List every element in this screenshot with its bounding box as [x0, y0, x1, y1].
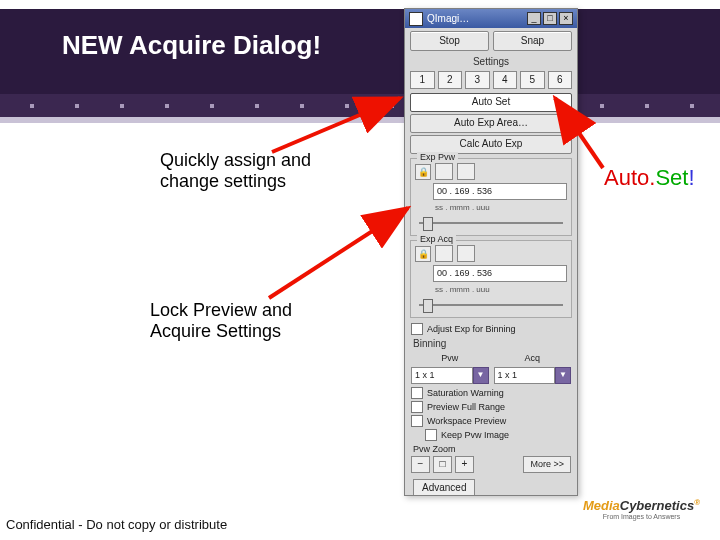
workspace-prev-label: Workspace Preview [427, 416, 506, 426]
preset-4[interactable]: 4 [493, 71, 518, 89]
auto-exp-area-button[interactable]: Auto Exp Area… [410, 114, 572, 133]
close-button[interactable]: × [559, 12, 573, 25]
exp-acq-btn2[interactable] [457, 245, 475, 262]
binning-acq-value: 1 x 1 [494, 367, 556, 384]
minimize-button[interactable]: _ [527, 12, 541, 25]
exp-pvw-slider[interactable] [417, 215, 565, 229]
footer-text: Confidential - Do not copy or distribute [6, 517, 227, 532]
decorative-dots [0, 99, 720, 113]
exp-pvw-btn1[interactable] [435, 163, 453, 180]
exp-acq-label: Exp Acq [417, 234, 456, 244]
keep-pvw-image-checkbox[interactable]: Keep Pvw Image [405, 428, 577, 442]
preview-full-range-checkbox[interactable]: Preview Full Range [405, 400, 577, 414]
adjust-exp-label: Adjust Exp for Binning [427, 324, 516, 334]
exp-acq-slider[interactable] [417, 297, 565, 311]
zoom-fit-button[interactable]: □ [433, 456, 452, 473]
maximize-button[interactable]: □ [543, 12, 557, 25]
exp-acq-units: ss . mmm . uuu [415, 285, 567, 294]
chevron-down-icon[interactable]: ▼ [473, 367, 489, 384]
arrow-to-lock [269, 208, 408, 298]
exp-pvw-btn2[interactable] [457, 163, 475, 180]
exp-preview-group: Exp Pvw 🔒 00 . 169 . 536 ss . mmm . uuu [410, 158, 572, 236]
acq-label: Acq [494, 353, 572, 363]
dialog-titlebar[interactable]: QImagi… _ □ × [405, 9, 577, 28]
preset-6[interactable]: 6 [548, 71, 573, 89]
divider-line [0, 117, 720, 123]
zoom-out-button[interactable]: − [411, 456, 430, 473]
exp-pvw-time[interactable]: 00 . 169 . 536 [433, 183, 567, 200]
snap-button[interactable]: Snap [493, 31, 572, 51]
logo-tagline: From Images to Answers [579, 513, 704, 520]
advanced-tab[interactable]: Advanced [413, 479, 475, 495]
autoset-part1: Auto. [604, 165, 655, 190]
pvw-zoom-label: Pvw Zoom [405, 442, 577, 454]
prev-full-label: Preview Full Range [427, 402, 505, 412]
sat-warn-label: Saturation Warning [427, 388, 504, 398]
auto-set-button[interactable]: Auto Set [410, 93, 572, 112]
callout-lock-settings: Lock Preview and Acquire Settings [150, 300, 350, 342]
preset-buttons-row: 1 2 3 4 5 6 [405, 69, 577, 91]
exp-acq-btn1[interactable] [435, 245, 453, 262]
lock-icon[interactable]: 🔒 [415, 246, 431, 262]
callout-autoset: Auto.Set! [604, 165, 695, 191]
dialog-title: QImagi… [427, 13, 469, 24]
chevron-down-icon[interactable]: ▼ [555, 367, 571, 384]
preset-2[interactable]: 2 [438, 71, 463, 89]
workspace-preview-checkbox[interactable]: Workspace Preview [405, 414, 577, 428]
stop-button[interactable]: Stop [410, 31, 489, 51]
autoset-part2: Set [655, 165, 688, 190]
settings-label: Settings [405, 54, 577, 69]
lock-icon[interactable]: 🔒 [415, 164, 431, 180]
pvw-label: Pvw [411, 353, 489, 363]
zoom-in-button[interactable]: + [455, 456, 474, 473]
preset-1[interactable]: 1 [410, 71, 435, 89]
exp-acquire-group: Exp Acq 🔒 00 . 169 . 536 ss . mmm . uuu [410, 240, 572, 318]
saturation-warning-checkbox[interactable]: Saturation Warning [405, 386, 577, 400]
logo: MediaCybernetics® From Images to Answers [579, 498, 704, 520]
app-icon [409, 12, 423, 26]
logo-cyber: Cybernetics [620, 498, 694, 513]
exp-pvw-label: Exp Pvw [417, 152, 458, 162]
binning-pvw-value: 1 x 1 [411, 367, 473, 384]
binning-label: Binning [405, 336, 577, 351]
binning-acq-select[interactable]: 1 x 1 ▼ [494, 367, 572, 384]
autoset-part3: ! [688, 165, 694, 190]
more-button[interactable]: More >> [523, 456, 571, 473]
page-title: NEW Acquire Dialog! [62, 30, 321, 61]
adjust-exp-checkbox[interactable]: Adjust Exp for Binning [405, 322, 577, 336]
logo-reg: ® [694, 498, 700, 507]
acquire-dialog: QImagi… _ □ × Stop Snap Settings 1 2 3 4… [404, 8, 578, 496]
preset-5[interactable]: 5 [520, 71, 545, 89]
exp-acq-time[interactable]: 00 . 169 . 536 [433, 265, 567, 282]
dialog-tabs: Advanced [405, 477, 577, 495]
exp-pvw-units: ss . mmm . uuu [415, 203, 567, 212]
binning-pvw-select[interactable]: 1 x 1 ▼ [411, 367, 489, 384]
binning-labels-row: Pvw Acq [405, 351, 577, 365]
logo-media: Media [583, 498, 620, 513]
preset-3[interactable]: 3 [465, 71, 490, 89]
callout-assign-settings: Quickly assign and change settings [160, 150, 360, 192]
keep-pvw-label: Keep Pvw Image [441, 430, 509, 440]
logo-text: MediaCybernetics® [579, 498, 704, 513]
